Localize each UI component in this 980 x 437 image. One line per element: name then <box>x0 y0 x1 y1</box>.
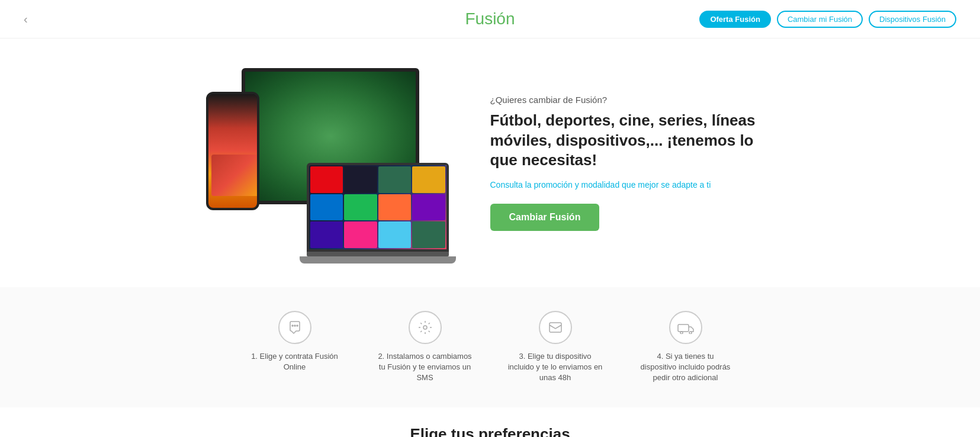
step-4-text: 4. Si ya tienes tu dispositivo incluido … <box>638 351 733 384</box>
laptop-screen <box>309 165 446 249</box>
dispositivos-fusion-button[interactable]: Dispositivos Fusión <box>869 11 956 28</box>
step-1: 1. Elige y contrata Fusión Online <box>248 311 342 384</box>
svg-point-1 <box>294 325 295 326</box>
laptop-base <box>300 256 456 264</box>
header-buttons: Oferta Fusión Cambiar mi Fusión Disposit… <box>699 11 956 28</box>
step-3: 3. Elige tu dispositivo incluido y te lo… <box>508 311 603 384</box>
step-3-text: 3. Elige tu dispositivo incluido y te lo… <box>508 351 603 384</box>
step-1-icon <box>278 311 311 344</box>
hero-devices <box>206 56 455 269</box>
svg-point-6 <box>680 332 683 334</box>
phone-screen <box>208 94 257 208</box>
laptop-hinge <box>307 252 449 256</box>
phone-mockup <box>206 92 259 210</box>
svg-point-3 <box>423 326 427 329</box>
page-header: ‹ Fusión Oferta Fusión Cambiar mi Fusión… <box>0 0 980 38</box>
step-2: 2. Instalamos o cambiamos tu Fusión y te… <box>378 311 473 384</box>
hero-promo-link[interactable]: Consulta la promoción y modalidad que me… <box>490 180 775 189</box>
svg-rect-5 <box>678 324 689 332</box>
hero-headline: Fútbol, deportes, cine, series, líneas m… <box>490 111 775 171</box>
svg-point-2 <box>297 325 298 326</box>
page-title: Fusión <box>465 9 515 28</box>
step-3-icon <box>539 311 572 344</box>
preferences-title: Elige tus preferencias <box>47 425 933 437</box>
step-4: 4. Si ya tienes tu dispositivo incluido … <box>638 311 733 384</box>
laptop-screen-area <box>307 163 449 252</box>
svg-rect-4 <box>550 323 561 332</box>
step-1-text: 1. Elige y contrata Fusión Online <box>248 351 342 372</box>
svg-point-7 <box>689 332 692 334</box>
hero-section: ¿Quieres cambiar de Fusión? Fútbol, depo… <box>0 38 980 287</box>
cambiar-fusion-cta-button[interactable]: Cambiar Fusión <box>490 204 600 231</box>
step-4-icon <box>669 311 702 344</box>
preferences-section: Elige tus preferencias Filtros destacado… <box>0 407 980 437</box>
hero-content: ¿Quieres cambiar de Fusión? Fútbol, depo… <box>490 95 775 231</box>
step-2-text: 2. Instalamos o cambiamos tu Fusión y te… <box>378 351 473 384</box>
back-button[interactable]: ‹ <box>24 12 28 26</box>
oferta-fusion-button[interactable]: Oferta Fusión <box>699 11 771 28</box>
hero-question: ¿Quieres cambiar de Fusión? <box>490 95 775 105</box>
step-2-icon <box>409 311 442 344</box>
cambiar-fusion-button[interactable]: Cambiar mi Fusión <box>777 11 863 28</box>
svg-point-0 <box>292 325 293 326</box>
steps-section: 1. Elige y contrata Fusión Online 2. Ins… <box>0 287 980 407</box>
laptop-mockup <box>307 163 449 264</box>
